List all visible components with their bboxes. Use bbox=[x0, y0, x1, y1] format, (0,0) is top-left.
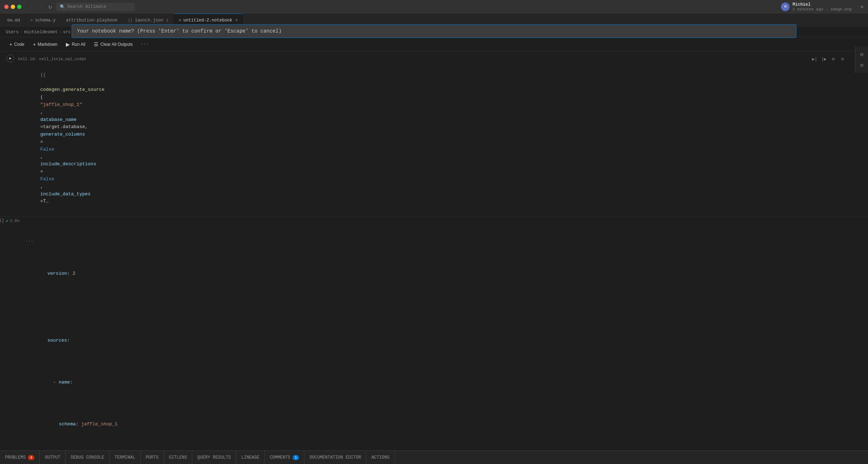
search-icon: 🔍 bbox=[60, 4, 65, 10]
terminal-label: TERMINAL bbox=[115, 455, 135, 460]
clear-all-btn[interactable]: ☰ Clear All Outputs bbox=[90, 40, 136, 49]
ports-label: PORTS bbox=[146, 455, 159, 460]
bottom-tab-terminal[interactable]: TERMINAL bbox=[110, 451, 141, 464]
tab-schema[interactable]: ≡ schema.y bbox=[25, 14, 61, 27]
param-inc-types: include_data_types bbox=[40, 191, 90, 197]
yaml-output: ... version: 2 sources: - name: schema: … bbox=[18, 218, 868, 450]
search-bar[interactable]: 🔍 Search Altimate bbox=[56, 3, 135, 11]
bottom-tab-comments[interactable]: COMMENTS 1 bbox=[265, 451, 304, 464]
jinja-open: {{ bbox=[40, 72, 46, 78]
minimize-traffic-light[interactable] bbox=[11, 5, 15, 9]
right-sidebar: ⊟ ⊡ bbox=[855, 47, 868, 73]
output-gutter-1: [1] ✓ 1.8s bbox=[0, 218, 18, 224]
yaml-schema: schema: jaffle_shop_1 bbox=[25, 412, 868, 437]
breadcrumb-michieldesmet[interactable]: michieldesmet bbox=[24, 30, 58, 35]
nav-buttons: ‹ › ↻ bbox=[29, 3, 53, 11]
param-database: database_name bbox=[40, 117, 76, 122]
debug-label: DEBUG CONSOLE bbox=[71, 455, 104, 460]
bottom-tab-actions[interactable]: ACTIONS bbox=[366, 451, 395, 464]
add-code-btn[interactable]: + Code bbox=[6, 40, 28, 49]
user-name: Michiel bbox=[792, 2, 852, 7]
query-results-label: QUERY RESULTS bbox=[197, 455, 231, 460]
code-line-1: {{ codegen.generate_source ( "jaffle_sho… bbox=[18, 64, 868, 213]
bottom-panel: PROBLEMS 4 OUTPUT DEBUG CONSOLE TERMINAL… bbox=[0, 450, 868, 464]
cell-expand-btn[interactable]: ⊡ bbox=[839, 55, 847, 63]
comments-label: COMMENTS bbox=[270, 455, 290, 460]
yaml-version: version: 2 bbox=[25, 261, 868, 286]
run-all-btn[interactable]: ▶ Run All bbox=[62, 40, 89, 49]
editor-area: ▶ Cell id: cell_jinja_sql_cu6pt ▶| |▶ ⊟ … bbox=[0, 52, 868, 450]
yaml-blank bbox=[25, 303, 868, 311]
cell-id-label: Cell id: cell_jinja_sql_cu6pt bbox=[18, 57, 86, 61]
tab-schema-label: schema.y bbox=[35, 18, 56, 23]
bottom-tab-ports[interactable]: PORTS bbox=[141, 451, 164, 464]
add-markdown-btn[interactable]: + Markdown bbox=[29, 40, 61, 49]
bottom-tab-gitlens[interactable]: GITLENS bbox=[164, 451, 192, 464]
avatar: M bbox=[781, 3, 790, 11]
sidebar-split-icon[interactable]: ⊟ bbox=[857, 49, 867, 59]
search-label: Search Altimate bbox=[67, 4, 106, 9]
user-info: M Michiel 2 minutes ago – image.png bbox=[781, 2, 852, 11]
user-time-file: 2 minutes ago – image.png bbox=[792, 7, 852, 11]
window-close-btn[interactable]: ✕ bbox=[860, 3, 864, 10]
cell-run-above-btn[interactable]: ▶| bbox=[811, 55, 819, 63]
maximize-traffic-light[interactable] bbox=[17, 5, 21, 9]
tab-schema-icon: ≡ bbox=[30, 18, 33, 23]
sidebar-collapse-icon[interactable]: ⊡ bbox=[857, 60, 867, 70]
execution-count: [1] bbox=[0, 218, 4, 223]
close-traffic-light[interactable] bbox=[4, 5, 9, 9]
cell-content-1: Cell id: cell_jinja_sql_cu6pt ▶| |▶ ⊟ ⊡ … bbox=[18, 54, 868, 213]
cell-run-below-btn[interactable]: |▶ bbox=[820, 55, 828, 63]
bottom-tab-problems[interactable]: PROBLEMS 4 bbox=[0, 451, 40, 464]
bottom-tab-lineage[interactable]: LINEAGE bbox=[236, 451, 265, 464]
breadcrumb-users[interactable]: Users bbox=[6, 30, 19, 35]
user-details: Michiel 2 minutes ago – image.png bbox=[792, 2, 852, 11]
nav-back-btn[interactable]: ‹ bbox=[29, 3, 35, 11]
tab-ew-label: ew.md bbox=[7, 18, 20, 23]
yaml-sources: sources: bbox=[25, 328, 868, 353]
add-code-label: Code bbox=[14, 42, 24, 47]
output-label: OUTPUT bbox=[45, 455, 60, 460]
tab-notebook-close[interactable]: × bbox=[235, 18, 238, 23]
traffic-lights bbox=[4, 5, 21, 9]
yaml-name-1: - name: bbox=[25, 370, 868, 395]
lineage-label: LINEAGE bbox=[241, 455, 259, 460]
plus-icon: + bbox=[9, 41, 12, 47]
plus-icon-2: + bbox=[33, 41, 36, 47]
run-all-label: Run All bbox=[72, 42, 85, 47]
tab-launch-label: launch.json bbox=[135, 18, 163, 23]
tab-ew[interactable]: ew.md bbox=[0, 14, 25, 27]
bottom-tab-doc-editor[interactable]: DOCUMENTATION EDITOR bbox=[304, 451, 366, 464]
add-markdown-label: Markdown bbox=[38, 42, 57, 47]
tab-notebook-label: untitled-2.notebook bbox=[183, 18, 232, 23]
tab-notebook-icon: ≡ bbox=[179, 18, 181, 23]
more-btn[interactable]: ··· bbox=[138, 40, 152, 48]
clear-all-label: Clear All Outputs bbox=[100, 42, 132, 47]
notebook-rename-input[interactable]: Your notebook name? (Press 'Enter' to co… bbox=[72, 24, 796, 38]
param-gen-cols: generate_columns bbox=[40, 132, 85, 137]
cell-split-btn[interactable]: ⊟ bbox=[829, 55, 837, 63]
cell-toolbar-1: Cell id: cell_jinja_sql_cu6pt ▶| |▶ ⊟ ⊡ bbox=[18, 54, 868, 64]
nav-reload-btn[interactable]: ↻ bbox=[47, 3, 53, 11]
cell-run-btn-1[interactable]: ▶ bbox=[6, 54, 14, 62]
bottom-tab-debug[interactable]: DEBUG CONSOLE bbox=[66, 451, 110, 464]
cell-gutter-1: ▶ bbox=[0, 54, 18, 62]
yaml-dots: ... bbox=[25, 236, 868, 244]
output-cell-1: [1] ✓ 1.8s ... version: 2 sources: - nam… bbox=[0, 216, 868, 450]
bottom-tab-query-results[interactable]: QUERY RESULTS bbox=[192, 451, 236, 464]
bottom-tab-output[interactable]: OUTPUT bbox=[40, 451, 66, 464]
breadcrumb-src[interactable]: src bbox=[63, 30, 71, 35]
cell-action-btns: ▶| |▶ ⊟ ⊡ bbox=[811, 55, 847, 63]
success-icon: ✓ bbox=[5, 218, 8, 224]
doc-editor-label: DOCUMENTATION EDITOR bbox=[309, 455, 361, 460]
actions-label: ACTIONS bbox=[371, 455, 389, 460]
notebook-toolbar: + Code + Markdown ▶ Run All ☰ Clear All … bbox=[0, 37, 868, 52]
notebook-rename-placeholder: Your notebook name? (Press 'Enter' to co… bbox=[77, 28, 281, 34]
tab-launch-badge: 1 bbox=[166, 18, 169, 23]
str-jaffle: "jaffle_shop_1" bbox=[40, 102, 82, 107]
tab-launch-icon: {} bbox=[128, 18, 132, 23]
tab-attribution-label: attribution-playbook bbox=[66, 18, 117, 23]
title-bar-right: M Michiel 2 minutes ago – image.png ✕ bbox=[781, 2, 864, 11]
nav-forward-btn[interactable]: › bbox=[38, 3, 44, 11]
func-name: codegen.generate_source bbox=[40, 87, 104, 92]
